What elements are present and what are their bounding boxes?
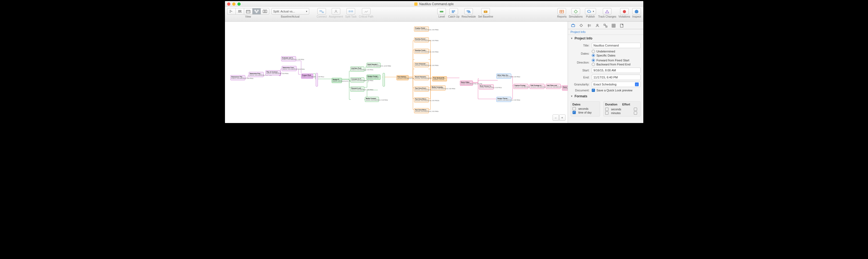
- simulations-button[interactable]: [571, 8, 580, 15]
- critical-path-button[interactable]: [362, 8, 371, 15]
- node-pitch[interactable]: Project Pitch9/28/15, 8:00 AM9/28/15, 5:…: [301, 74, 313, 79]
- baseline-dropdown[interactable]: Split: Actual vs...: [272, 8, 309, 15]
- dates-seconds-check[interactable]: seconds: [572, 107, 598, 110]
- node-bookven[interactable]: Book Venues for Video...11/9/15, 8:00 AM…: [479, 84, 494, 89]
- section-formats[interactable]: ▼Formats: [568, 93, 643, 100]
- node-detscope[interactable]: Determine Project Scope9/21/15, 8:00 AM9…: [249, 72, 264, 77]
- node-tzm[interactable]: Test Zone Monster Art...10/13/15, 8:00 A…: [414, 97, 429, 103]
- reschedule-icon: [466, 9, 471, 13]
- node-concept[interactable]: Concept Art Push10/2/15, 8:00 AM10/8/15,…: [350, 77, 364, 83]
- node-brainstorm[interactable]: Brainstorm Themes, A...9/16/15, 8:00 AM9…: [230, 75, 245, 80]
- tab-project-icon[interactable]: [570, 23, 576, 28]
- node-devcombat[interactable]: Develop Combat Engin...10/13/15, 8:00 AM…: [414, 49, 429, 54]
- inspector-breadcrumb[interactable]: Project Info: [568, 29, 643, 35]
- titlebar: Nautilus Command.oplx: [225, 1, 643, 7]
- view-segmented[interactable]: [227, 8, 269, 15]
- tab-attachments-icon[interactable]: [619, 23, 624, 28]
- tab-milestones-icon[interactable]: [578, 23, 584, 28]
- node-corechar[interactable]: Core Character Art...10/13/15, 8:00 AM10…: [414, 62, 429, 67]
- split-task-button[interactable]: [346, 8, 355, 15]
- title-field[interactable]: Nautilus Command: [592, 43, 641, 48]
- end-field[interactable]: 11/17/15, 6:40 PM: [592, 75, 641, 80]
- svg-rect-6: [263, 10, 265, 13]
- reports-button[interactable]: [557, 8, 566, 15]
- inspector-tabs: [568, 22, 643, 29]
- catch-up-button[interactable]: [450, 8, 458, 15]
- node-firstvert[interactable]: First Vertical Slice10/13/15, 8:00 AM10/…: [397, 75, 409, 80]
- track-changes-button[interactable]: [603, 8, 612, 15]
- tab-data-icon[interactable]: [611, 23, 616, 28]
- reschedule-button[interactable]: [464, 8, 473, 15]
- hand-icon: [622, 9, 627, 13]
- view-network-button[interactable]: [252, 8, 260, 15]
- section-project-info[interactable]: ▼Project Info: [568, 35, 643, 42]
- node-finalize[interactable]: Finalize Polish Pass...10/13/15, 8:00 AM…: [414, 27, 429, 32]
- node-tze[interactable]: Test Zone Environment...10/13/15, 8:00 A…: [414, 87, 429, 92]
- granularity-select[interactable]: Exact Scheduling⌄: [592, 82, 641, 87]
- node-interface[interactable]: Interface Push9/29/15, 8:00 AM10/2/15, 5…: [350, 66, 364, 71]
- table-icon: [559, 9, 564, 13]
- view-gantt-button[interactable]: [227, 8, 236, 15]
- view-resource-button[interactable]: [236, 8, 244, 15]
- dates-specific-radio[interactable]: Specific Dates: [592, 54, 641, 57]
- start-field[interactable]: 9/16/15, 8:00 AM: [592, 67, 641, 73]
- node-milestone-2[interactable]: [383, 73, 385, 87]
- tab-resources-icon[interactable]: [594, 23, 600, 28]
- minimize-icon[interactable]: [232, 2, 236, 6]
- node-research[interactable]: Research and Evaluate...10/2/15, 8:00 AM…: [350, 87, 364, 92]
- dates-timeofday-check[interactable]: time of day: [572, 111, 598, 114]
- view-styles-button[interactable]: [260, 8, 269, 15]
- node-plancontract[interactable]: Plan & Contract Proj...9/22/15, 8:00 AM9…: [266, 70, 280, 76]
- node-demovc[interactable]: Demo Video Complete11/17/15, 6:40 PM: [562, 85, 568, 91]
- direction-forward-radio[interactable]: Forward from Fixed Start: [592, 59, 641, 62]
- effort-seconds-check[interactable]: [634, 108, 637, 111]
- node-writescr[interactable]: Write Video Script11/9/15, 8:00 AM11/10/…: [496, 74, 511, 79]
- node-detcon[interactable]: Determine Contractor...9/22/15, 8:00 AM9…: [282, 66, 297, 71]
- close-icon[interactable]: [227, 2, 230, 6]
- svg-rect-16: [467, 10, 469, 11]
- publish-button[interactable]: [585, 8, 596, 15]
- zoom-out-button[interactable]: –: [553, 114, 559, 121]
- node-devscene[interactable]: Develop Scene Polish...10/13/15, 8:00 AM…: [414, 37, 429, 42]
- node-addtitles[interactable]: Add Titles and Render...11/17/15, 8:00 A…: [546, 84, 561, 89]
- level-button[interactable]: [437, 8, 446, 15]
- connect-icon: [319, 9, 324, 13]
- node-designcomp[interactable]: Design Complete10/12/15, 5:00 PM: [367, 75, 380, 80]
- node-mediaph[interactable]: Media Campaign Phas...10/13/15, 8:00 AM1…: [431, 85, 445, 91]
- direction-backward-radio[interactable]: Backward from Fixed End: [592, 63, 641, 66]
- set-baseline-button[interactable]: [481, 8, 490, 15]
- node-mediacamp[interactable]: Media Campaign Prep...10/5/15, 8:00 AM10…: [365, 97, 379, 102]
- svg-rect-2: [246, 10, 250, 13]
- node-tzmb[interactable]: Test Zone Monster Bal...10/13/15, 8:00 A…: [414, 108, 429, 113]
- view-calendar-button[interactable]: [244, 8, 252, 15]
- dates-undetermined-radio[interactable]: Undetermined: [592, 50, 641, 53]
- node-capfoot[interactable]: Capture Footage from...11/11/15, 8:00 AM…: [514, 84, 528, 89]
- node-milestone-1[interactable]: [316, 73, 318, 87]
- node-build[interactable]: Build Sample In-Engine...9/30/15, 8:00 A…: [367, 63, 380, 68]
- zoom-icon[interactable]: [238, 2, 241, 6]
- info-icon: i: [634, 9, 639, 13]
- node-novelchar[interactable]: Novel Character Anim...10/13/15, 8:00 AM…: [414, 75, 429, 80]
- assignment-button[interactable]: [332, 8, 340, 15]
- baseline-label: Baseline/Actual: [281, 15, 300, 18]
- node-designt[interactable]: Design Theme Music...11/9/15, 8:00 AM11/…: [496, 97, 511, 102]
- styles-icon: [262, 9, 267, 13]
- zoom-in-button[interactable]: +: [559, 114, 565, 121]
- node-demovid[interactable]: Demo Video11/9/15, 8:00 AM11/17/15, 6:40…: [460, 81, 473, 86]
- tab-custom-icon[interactable]: [602, 23, 608, 28]
- quicklook-checkbox[interactable]: Save a Quick Look preview: [592, 89, 641, 92]
- duration-seconds-check[interactable]: [605, 108, 609, 111]
- node-firstvc[interactable]: First Vertical Slice Com...10/28/15, 5:0…: [432, 76, 447, 81]
- violations-button[interactable]: [620, 8, 629, 15]
- svg-rect-28: [612, 24, 615, 27]
- node-evalsel[interactable]: Evaluate and Select M...9/18/15, 8:00 AM…: [281, 56, 296, 61]
- tab-styles-icon[interactable]: [586, 23, 592, 28]
- network-canvas[interactable]: Brainstorm Themes, A...9/16/15, 8:00 AM9…: [225, 22, 568, 123]
- node-designphase[interactable]: Design Phase9/29/15, 8:00 AM10/12/15, 5:…: [332, 78, 342, 83]
- node-editfoot[interactable]: Edit Footage to Theme...11/13/15, 8:00 A…: [530, 84, 545, 89]
- formats-dates-col: Dates seconds time of day: [571, 102, 600, 117]
- inspect-button[interactable]: i: [632, 8, 641, 15]
- effort-minutes-check[interactable]: [634, 111, 637, 115]
- connect-button[interactable]: [317, 8, 326, 15]
- duration-minutes-check[interactable]: [605, 111, 609, 115]
